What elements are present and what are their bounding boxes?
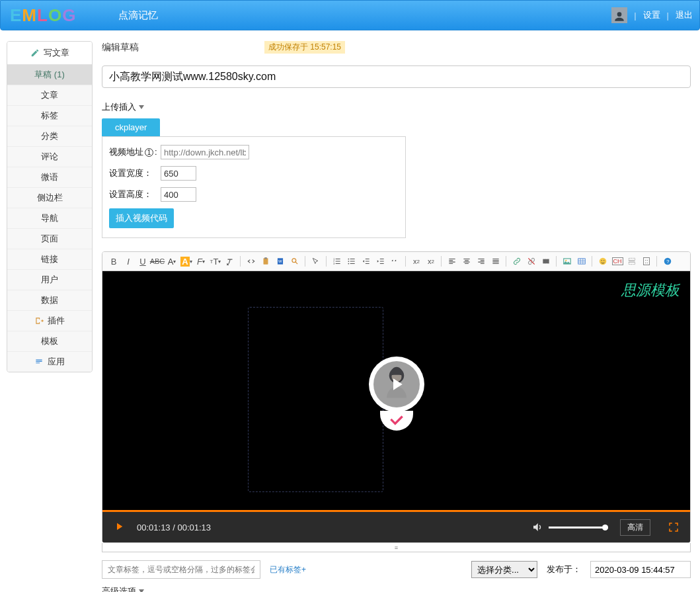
width-input[interactable]	[161, 166, 196, 181]
link-icon[interactable]	[510, 255, 524, 268]
svg-rect-11	[543, 259, 549, 264]
insert-video-button[interactable]: 插入视频代码	[109, 208, 174, 228]
quote-icon[interactable]	[388, 255, 403, 268]
sidebar-item[interactable]: 文章	[7, 85, 92, 106]
justify-icon[interactable]	[488, 255, 503, 268]
toolbar-separator	[403, 255, 409, 268]
play-overlay[interactable]	[369, 357, 424, 431]
tags-input[interactable]	[102, 560, 260, 579]
svg-text:W: W	[278, 259, 282, 263]
logout-link[interactable]: 退出	[676, 9, 693, 21]
sidebar-plugin[interactable]: 插件	[7, 311, 92, 331]
align-left-icon[interactable]	[445, 255, 459, 268]
sidebar-item[interactable]: 侧边栏	[7, 188, 92, 208]
source-icon[interactable]: CH	[610, 255, 625, 268]
toolbar-separator	[438, 255, 445, 268]
category-select[interactable]: 选择分类...	[471, 561, 537, 578]
sidebar-item[interactable]: 评论	[7, 147, 92, 167]
video-player[interactable]: 思源模板	[102, 271, 690, 542]
advanced-options-toggle[interactable]: 高级选项	[102, 585, 144, 592]
svg-point-16	[602, 260, 602, 261]
align-right-icon[interactable]	[474, 255, 488, 268]
svg-point-10	[348, 263, 349, 265]
volume-button[interactable]	[531, 521, 543, 533]
paste-word-icon[interactable]: W	[273, 255, 288, 268]
video-url-label: 视频地址1:	[109, 146, 161, 158]
find-icon[interactable]	[288, 255, 302, 268]
app-icon	[34, 357, 44, 366]
chevron-down-icon	[139, 105, 144, 109]
font-size-icon[interactable]: TT▾	[208, 255, 223, 268]
bullet-list-icon[interactable]	[344, 255, 359, 268]
sidebar-item[interactable]: 数据	[7, 290, 92, 311]
font-color-icon[interactable]: A▾	[165, 255, 179, 268]
logo: EMLOG	[7, 5, 79, 25]
sidebar-item[interactable]: 页面	[7, 229, 92, 249]
select-icon[interactable]	[309, 255, 323, 268]
chevron-down-icon	[139, 589, 144, 592]
svg-rect-0	[264, 258, 268, 264]
sidebar-item[interactable]: 链接	[7, 249, 92, 270]
sidebar-item[interactable]: 草稿 (1)	[7, 65, 92, 85]
unlink-icon[interactable]	[524, 255, 539, 268]
svg-rect-1	[264, 257, 267, 259]
indent-icon[interactable]	[373, 255, 388, 268]
sidebar-template[interactable]: 模板	[7, 331, 92, 352]
plugin-icon	[34, 316, 44, 325]
video-url-input[interactable]	[161, 145, 249, 159]
ckplayer-tab[interactable]: ckplayer	[102, 118, 160, 136]
clear-format-icon[interactable]	[223, 255, 237, 268]
page-title: 编辑草稿	[102, 42, 139, 54]
existing-tags-link[interactable]: 已有标签+	[270, 564, 306, 575]
video-time: 00:01:13 / 00:01:13	[137, 523, 211, 532]
fullscreen-button[interactable]	[668, 521, 680, 533]
subscript-icon[interactable]: x2	[424, 255, 438, 268]
toolbar-separator	[237, 255, 244, 268]
sidebar-write-post[interactable]: 写文章	[7, 42, 92, 65]
main: 编辑草稿 成功保存于 15:57:15 上传插入 ckplayer 视频地址1:…	[93, 41, 700, 592]
post-title-input[interactable]	[102, 65, 691, 88]
separator: |	[667, 11, 669, 21]
play-button[interactable]	[113, 521, 125, 534]
sidebar-item[interactable]: 导航	[7, 208, 92, 229]
code-icon[interactable]	[244, 255, 258, 268]
underline-icon[interactable]: U	[136, 255, 150, 268]
sidebar-item[interactable]: 用户	[7, 270, 92, 290]
publish-date-input[interactable]	[590, 561, 691, 578]
paste-icon[interactable]	[258, 255, 273, 268]
hd-button[interactable]: 高清	[620, 519, 650, 536]
avatar[interactable]	[611, 7, 627, 23]
settings-link[interactable]: 设置	[643, 9, 660, 21]
editor-resize-handle[interactable]: ≡	[102, 543, 691, 552]
image-icon[interactable]	[560, 255, 574, 268]
highlight-icon[interactable]: A▾	[179, 255, 194, 268]
strike-icon[interactable]: ABC	[150, 255, 165, 268]
height-label: 设置高度：	[109, 189, 161, 200]
progress-bar[interactable]	[102, 510, 690, 512]
bold-icon[interactable]: B	[106, 255, 121, 268]
volume-slider[interactable]	[549, 527, 608, 529]
help-icon[interactable]: ?	[660, 255, 675, 268]
table-icon[interactable]	[574, 255, 589, 268]
sidebar-item[interactable]: 标签	[7, 106, 92, 126]
sidebar-item[interactable]: 分类	[7, 126, 92, 147]
svg-rect-14	[578, 259, 586, 264]
sidebar-app[interactable]: 应用	[7, 352, 92, 372]
superscript-icon[interactable]: x2	[409, 255, 424, 268]
film-icon[interactable]	[539, 255, 553, 268]
svg-point-4	[292, 259, 296, 263]
page-break-icon[interactable]	[625, 255, 639, 268]
video-controls: 00:01:13 / 00:01:13 高清	[102, 512, 690, 542]
upload-insert-toggle[interactable]: 上传插入	[102, 101, 144, 113]
italic-icon[interactable]: I	[121, 255, 136, 268]
font-family-icon[interactable]: F▾	[194, 255, 208, 268]
emoji-icon[interactable]	[596, 255, 610, 268]
special-char-icon[interactable]: ::	[639, 255, 654, 268]
ckplayer-panel: 视频地址1: 设置宽度： 设置高度： 插入视频代码	[102, 136, 406, 238]
sidebar: 写文章 草稿 (1)文章标签分类评论微语侧边栏导航页面链接用户数据 插件 模板 …	[7, 41, 93, 372]
outdent-icon[interactable]	[359, 255, 373, 268]
align-center-icon[interactable]	[459, 255, 474, 268]
height-input[interactable]	[161, 187, 196, 202]
ordered-list-icon[interactable]: 123	[330, 255, 344, 268]
sidebar-item[interactable]: 微语	[7, 167, 92, 188]
